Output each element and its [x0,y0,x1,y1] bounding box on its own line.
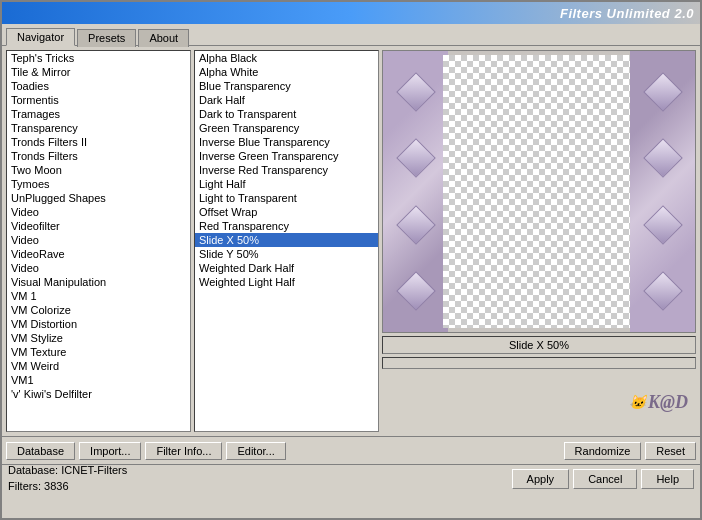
diamond-right-decoration [630,51,695,332]
category-item[interactable]: VM Colorize [7,303,190,317]
category-item[interactable]: Video [7,205,190,219]
tab-navigator[interactable]: Navigator [6,28,75,46]
filter-item[interactable]: Alpha White [195,65,378,79]
filter-item[interactable]: Offset Wrap [195,205,378,219]
filter-item[interactable]: Weighted Light Half [195,275,378,289]
category-item[interactable]: Video [7,233,190,247]
filters-status: Filters: 3836 [8,479,127,494]
category-item[interactable]: Toadies [7,79,190,93]
category-panel: Teph's TricksTile & MirrorToadiesTorment… [6,50,191,432]
cancel-button[interactable]: Cancel [573,469,637,489]
tab-about[interactable]: About [138,29,189,47]
diamond-shape [643,205,683,245]
category-item[interactable]: VM1 [7,373,190,387]
diamond-shape [396,72,436,112]
logo-brand: K@D [648,392,688,413]
filters-label: Filters: [8,480,41,492]
title-bar: Filters Unlimited 2.0 [2,2,700,24]
category-item[interactable]: Video [7,261,190,275]
filter-item[interactable]: Red Transparency [195,219,378,233]
filter-item[interactable]: Weighted Dark Half [195,261,378,275]
diamond-shape [396,271,436,311]
filter-item[interactable]: Light to Transparent [195,191,378,205]
category-item[interactable]: VM Texture [7,345,190,359]
logo-area: 🐱 K@D [382,372,696,432]
category-item[interactable]: 'v' Kiwi's Delfilter [7,387,190,401]
filter-item[interactable]: Dark to Transparent [195,107,378,121]
filter-item[interactable]: Slide Y 50% [195,247,378,261]
help-button[interactable]: Help [641,469,694,489]
reset-button[interactable]: Reset [645,442,696,460]
category-item[interactable]: UnPlugged Shapes [7,191,190,205]
action-buttons: Apply Cancel Help [512,469,694,489]
category-item[interactable]: Tile & Mirror [7,65,190,79]
diamond-shape [643,139,683,179]
filter-item[interactable]: Inverse Green Transparency [195,149,378,163]
database-value: ICNET-Filters [61,464,127,476]
editor-button[interactable]: Editor... [226,442,285,460]
diamond-shape [643,72,683,112]
category-item[interactable]: VM Stylize [7,331,190,345]
diamond-shape [643,271,683,311]
transparency-checker [443,55,635,328]
category-item[interactable]: Two Moon [7,163,190,177]
filter-info-button[interactable]: Filter Info... [145,442,222,460]
filter-item[interactable]: Light Half [195,177,378,191]
filter-item[interactable]: Inverse Blue Transparency [195,135,378,149]
preview-panel: Slide X 50% 🐱 K@D [382,50,696,432]
progress-bar [382,357,696,369]
category-item[interactable]: VM Distortion [7,317,190,331]
diamond-left-decoration [383,51,448,332]
app-title: Filters Unlimited 2.0 [560,6,694,21]
randomize-button[interactable]: Randomize [564,442,642,460]
category-item[interactable]: Tronds Filters [7,149,190,163]
category-item[interactable]: VideoRave [7,247,190,261]
filter-item[interactable]: Dark Half [195,93,378,107]
status-info: Database: ICNET-Filters Filters: 3836 [8,463,127,494]
category-item[interactable]: Tymoes [7,177,190,191]
category-item[interactable]: Visual Manipulation [7,275,190,289]
import-button[interactable]: Import... [79,442,141,460]
filter-item[interactable]: Green Transparency [195,121,378,135]
tab-bar: Navigator Presets About [2,24,700,46]
category-item[interactable]: Teph's Tricks [7,51,190,65]
database-button[interactable]: Database [6,442,75,460]
category-item[interactable]: Tramages [7,107,190,121]
logo-cat-icon: 🐱 [629,394,646,411]
apply-button[interactable]: Apply [512,469,570,489]
category-item[interactable]: Transparency [7,121,190,135]
filters-value: 3836 [44,480,68,492]
tab-presets[interactable]: Presets [77,29,136,47]
database-label: Database: [8,464,58,476]
category-list[interactable]: Teph's TricksTile & MirrorToadiesTorment… [7,51,190,431]
category-item[interactable]: Tormentis [7,93,190,107]
database-status: Database: ICNET-Filters [8,463,127,478]
status-bar: Database: ICNET-Filters Filters: 3836 Ap… [2,464,700,492]
category-item[interactable]: Videofilter [7,219,190,233]
filter-list[interactable]: Alpha BlackAlpha WhiteBlue TransparencyD… [195,51,378,431]
category-item[interactable]: VM Weird [7,359,190,373]
diamond-shape [396,139,436,179]
filter-item[interactable]: Alpha Black [195,51,378,65]
filter-name-display: Slide X 50% [382,336,696,354]
filter-item[interactable]: Slide X 50% [195,233,378,247]
bottom-toolbar: Database Import... Filter Info... Editor… [2,436,700,464]
diamond-shape [396,205,436,245]
main-content: Teph's TricksTile & MirrorToadiesTorment… [2,46,700,436]
category-item[interactable]: Tronds Filters II [7,135,190,149]
category-item[interactable]: VM 1 [7,289,190,303]
filter-item[interactable]: Inverse Red Transparency [195,163,378,177]
filter-item[interactable]: Blue Transparency [195,79,378,93]
filter-panel: Alpha BlackAlpha WhiteBlue TransparencyD… [194,50,379,432]
preview-image [382,50,696,333]
